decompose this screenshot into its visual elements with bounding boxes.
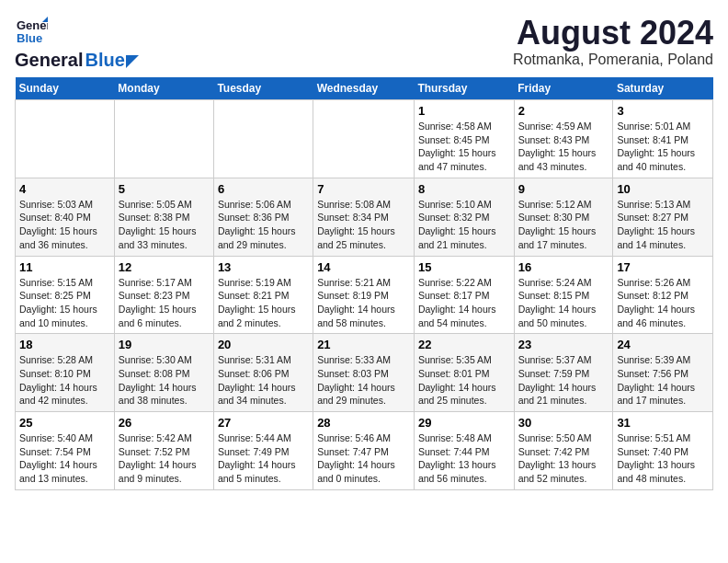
- day-info: Sunrise: 5:10 AM Sunset: 8:32 PM Dayligh…: [418, 198, 510, 252]
- day-info: Sunrise: 5:37 AM Sunset: 7:59 PM Dayligh…: [518, 353, 609, 408]
- day-info: Sunrise: 5:06 AM Sunset: 8:36 PM Dayligh…: [218, 198, 309, 252]
- day-number: 10: [617, 182, 709, 196]
- weekday-header-friday: Friday: [514, 77, 613, 100]
- day-number: 6: [218, 182, 309, 196]
- calendar-cell: 17Sunrise: 5:26 AM Sunset: 8:12 PM Dayli…: [613, 256, 713, 334]
- day-info: Sunrise: 4:58 AM Sunset: 8:45 PM Dayligh…: [418, 120, 510, 174]
- weekday-header-wednesday: Wednesday: [313, 77, 415, 100]
- day-info: Sunrise: 5:35 AM Sunset: 8:01 PM Dayligh…: [418, 353, 510, 408]
- calendar-cell: 2Sunrise: 4:59 AM Sunset: 8:43 PM Daylig…: [514, 100, 613, 178]
- day-number: 29: [418, 416, 510, 430]
- day-info: Sunrise: 5:40 AM Sunset: 7:54 PM Dayligh…: [19, 431, 110, 486]
- calendar-table: SundayMondayTuesdayWednesdayThursdayFrid…: [15, 77, 713, 490]
- calendar-subtitle: Rotmanka, Pomerania, Poland: [513, 52, 713, 68]
- day-number: 27: [218, 416, 309, 430]
- day-info: Sunrise: 5:19 AM Sunset: 8:21 PM Dayligh…: [218, 276, 309, 330]
- calendar-week-row: 4Sunrise: 5:03 AM Sunset: 8:40 PM Daylig…: [16, 178, 713, 256]
- calendar-cell: [313, 100, 415, 178]
- day-info: Sunrise: 5:21 AM Sunset: 8:19 PM Dayligh…: [317, 276, 410, 330]
- weekday-header-sunday: Sunday: [16, 77, 115, 100]
- calendar-cell: 25Sunrise: 5:40 AM Sunset: 7:54 PM Dayli…: [16, 412, 115, 490]
- weekday-header-monday: Monday: [114, 77, 213, 100]
- calendar-cell: 8Sunrise: 5:10 AM Sunset: 8:32 PM Daylig…: [414, 178, 514, 256]
- calendar-week-row: 25Sunrise: 5:40 AM Sunset: 7:54 PM Dayli…: [16, 412, 713, 490]
- day-info: Sunrise: 5:46 AM Sunset: 7:47 PM Dayligh…: [317, 431, 410, 486]
- day-number: 13: [218, 260, 309, 274]
- calendar-cell: 24Sunrise: 5:39 AM Sunset: 7:56 PM Dayli…: [613, 334, 713, 412]
- calendar-cell: 14Sunrise: 5:21 AM Sunset: 8:19 PM Dayli…: [313, 256, 415, 334]
- calendar-cell: 31Sunrise: 5:51 AM Sunset: 7:40 PM Dayli…: [613, 412, 713, 490]
- svg-text:General: General: [17, 18, 48, 32]
- day-number: 16: [518, 260, 609, 274]
- calendar-cell: 30Sunrise: 5:50 AM Sunset: 7:42 PM Dayli…: [514, 412, 613, 490]
- day-number: 20: [218, 338, 309, 351]
- weekday-header-saturday: Saturday: [613, 77, 713, 100]
- calendar-cell: 22Sunrise: 5:35 AM Sunset: 8:01 PM Dayli…: [414, 334, 514, 412]
- calendar-week-row: 1Sunrise: 4:58 AM Sunset: 8:45 PM Daylig…: [16, 100, 713, 178]
- day-info: Sunrise: 5:05 AM Sunset: 8:38 PM Dayligh…: [119, 198, 210, 252]
- day-info: Sunrise: 5:24 AM Sunset: 8:15 PM Dayligh…: [518, 276, 609, 330]
- day-number: 15: [418, 260, 510, 274]
- logo-blue: Blue: [85, 50, 124, 70]
- calendar-week-row: 11Sunrise: 5:15 AM Sunset: 8:25 PM Dayli…: [16, 256, 713, 334]
- day-number: 24: [617, 338, 709, 351]
- day-number: 18: [19, 338, 110, 351]
- svg-marker-4: [126, 55, 139, 68]
- calendar-cell: 13Sunrise: 5:19 AM Sunset: 8:21 PM Dayli…: [213, 256, 313, 334]
- logo: General Blue General Blue: [15, 15, 139, 70]
- logo-arrow-icon: [126, 55, 139, 68]
- calendar-cell: 27Sunrise: 5:44 AM Sunset: 7:49 PM Dayli…: [213, 412, 313, 490]
- calendar-cell: 4Sunrise: 5:03 AM Sunset: 8:40 PM Daylig…: [16, 178, 115, 256]
- calendar-cell: 15Sunrise: 5:22 AM Sunset: 8:17 PM Dayli…: [414, 256, 514, 334]
- day-info: Sunrise: 4:59 AM Sunset: 8:43 PM Dayligh…: [518, 120, 609, 174]
- calendar-cell: 20Sunrise: 5:31 AM Sunset: 8:06 PM Dayli…: [213, 334, 313, 412]
- calendar-cell: 6Sunrise: 5:06 AM Sunset: 8:36 PM Daylig…: [213, 178, 313, 256]
- day-number: 26: [119, 416, 210, 430]
- day-info: Sunrise: 5:03 AM Sunset: 8:40 PM Dayligh…: [19, 198, 110, 252]
- day-number: 4: [19, 182, 110, 196]
- day-number: 23: [518, 338, 609, 351]
- day-info: Sunrise: 5:26 AM Sunset: 8:12 PM Dayligh…: [617, 276, 709, 330]
- day-info: Sunrise: 5:13 AM Sunset: 8:27 PM Dayligh…: [617, 198, 709, 252]
- day-info: Sunrise: 5:39 AM Sunset: 7:56 PM Dayligh…: [617, 353, 709, 408]
- day-info: Sunrise: 5:51 AM Sunset: 7:40 PM Dayligh…: [617, 431, 709, 486]
- day-number: 2: [518, 104, 609, 118]
- calendar-cell: 10Sunrise: 5:13 AM Sunset: 8:27 PM Dayli…: [613, 178, 713, 256]
- day-number: 5: [119, 182, 210, 196]
- day-number: 30: [518, 416, 609, 430]
- day-info: Sunrise: 5:31 AM Sunset: 8:06 PM Dayligh…: [218, 353, 309, 408]
- day-number: 17: [617, 260, 709, 274]
- day-info: Sunrise: 5:28 AM Sunset: 8:10 PM Dayligh…: [19, 353, 110, 408]
- day-number: 19: [119, 338, 210, 351]
- day-info: Sunrise: 5:48 AM Sunset: 7:44 PM Dayligh…: [418, 431, 510, 486]
- logo-general: General: [15, 50, 83, 70]
- calendar-cell: 23Sunrise: 5:37 AM Sunset: 7:59 PM Dayli…: [514, 334, 613, 412]
- day-number: 1: [418, 104, 510, 118]
- weekday-header-thursday: Thursday: [414, 77, 514, 100]
- day-number: 25: [19, 416, 110, 430]
- day-info: Sunrise: 5:30 AM Sunset: 8:08 PM Dayligh…: [119, 353, 210, 408]
- day-info: Sunrise: 5:44 AM Sunset: 7:49 PM Dayligh…: [218, 431, 309, 486]
- day-number: 14: [317, 260, 410, 274]
- calendar-title: August 2024: [513, 15, 713, 52]
- day-number: 3: [617, 104, 709, 118]
- calendar-cell: 11Sunrise: 5:15 AM Sunset: 8:25 PM Dayli…: [16, 256, 115, 334]
- page-header: General Blue General Blue August 2024 Ro…: [15, 15, 713, 70]
- day-number: 11: [19, 260, 110, 274]
- logo-icon: General Blue: [15, 15, 48, 48]
- calendar-cell: 7Sunrise: 5:08 AM Sunset: 8:34 PM Daylig…: [313, 178, 415, 256]
- day-info: Sunrise: 5:22 AM Sunset: 8:17 PM Dayligh…: [418, 276, 510, 330]
- day-number: 9: [518, 182, 609, 196]
- day-info: Sunrise: 5:42 AM Sunset: 7:52 PM Dayligh…: [119, 431, 210, 486]
- calendar-cell: 1Sunrise: 4:58 AM Sunset: 8:45 PM Daylig…: [414, 100, 514, 178]
- day-info: Sunrise: 5:08 AM Sunset: 8:34 PM Dayligh…: [317, 198, 410, 252]
- calendar-cell: 28Sunrise: 5:46 AM Sunset: 7:47 PM Dayli…: [313, 412, 415, 490]
- day-info: Sunrise: 5:17 AM Sunset: 8:23 PM Dayligh…: [119, 276, 210, 330]
- calendar-title-block: August 2024 Rotmanka, Pomerania, Poland: [513, 15, 713, 68]
- day-number: 7: [317, 182, 410, 196]
- calendar-week-row: 18Sunrise: 5:28 AM Sunset: 8:10 PM Dayli…: [16, 334, 713, 412]
- svg-text:Blue: Blue: [17, 31, 42, 45]
- weekday-header-row: SundayMondayTuesdayWednesdayThursdayFrid…: [16, 77, 713, 100]
- day-info: Sunrise: 5:15 AM Sunset: 8:25 PM Dayligh…: [19, 276, 110, 330]
- calendar-cell: [114, 100, 213, 178]
